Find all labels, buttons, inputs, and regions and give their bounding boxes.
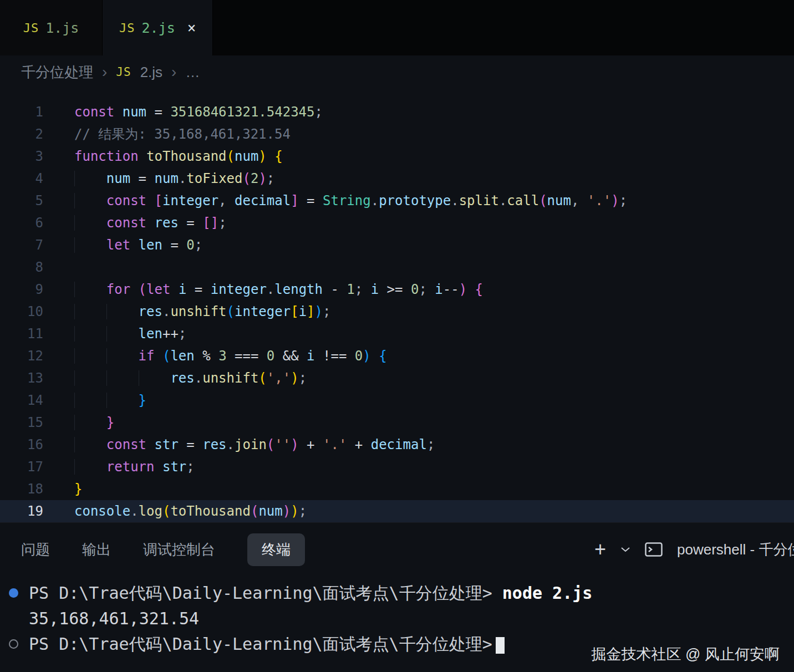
code-text: const res = [];	[74, 212, 227, 234]
code-text: for (let i = integer.length - 1; i >= 0;…	[74, 278, 483, 301]
watermark: 掘金技术社区 @ 风止何安啊	[592, 644, 780, 664]
command-pending-decoration-icon[interactable]	[9, 639, 18, 649]
line-number[interactable]: 19	[0, 500, 74, 522]
tab-label-1js: 1.js	[45, 20, 79, 36]
tab-1js[interactable]: JS 1.js	[0, 0, 103, 55]
chevron-down-icon[interactable]	[620, 546, 630, 553]
line-number[interactable]: 13	[0, 367, 74, 389]
terminal-session-label[interactable]: powershell - 千分位处理	[677, 540, 794, 559]
editor-lines: 1const num = 35168461321.542345;2// 结果为:…	[0, 101, 794, 522]
line-number[interactable]: 7	[0, 234, 74, 256]
breadcrumb-more[interactable]: …	[185, 64, 200, 81]
line-number[interactable]: 10	[0, 301, 74, 323]
code-text: }	[74, 411, 114, 434]
code-text: res.unshift(',');	[74, 367, 307, 389]
code-text: const [integer, decimal] = String.protot…	[74, 190, 627, 212]
code-editor[interactable]: 1const num = 35168461321.542345;2// 结果为:…	[0, 89, 794, 522]
terminal-command: node 2.js	[502, 583, 593, 603]
chevron-right-icon: ›	[102, 63, 107, 81]
terminal-cursor	[496, 637, 505, 654]
line-number[interactable]: 4	[0, 167, 74, 190]
code-line[interactable]: 15 }	[0, 411, 794, 434]
panel-tabs: 问题 输出 调试控制台 终端	[21, 533, 305, 566]
line-number[interactable]: 17	[0, 456, 74, 478]
panel-tab-output[interactable]: 输出	[82, 533, 111, 566]
line-number[interactable]: 12	[0, 345, 74, 367]
line-number[interactable]: 8	[0, 256, 74, 278]
code-line[interactable]: 5 const [integer, decimal] = String.prot…	[0, 190, 794, 212]
tab-2js[interactable]: JS 2.js ×	[103, 0, 213, 55]
line-number[interactable]: 6	[0, 212, 74, 234]
code-line[interactable]: 13 res.unshift(',');	[0, 367, 794, 389]
code-text: if (len % 3 === 0 && i !== 0) {	[74, 345, 387, 367]
line-number[interactable]: 1	[0, 101, 74, 123]
panel-tab-terminal[interactable]: 终端	[247, 533, 305, 566]
panel-header: 问题 输出 调试控制台 终端 + powershell - 千分位处理	[0, 523, 794, 576]
code-text: num = num.toFixed(2);	[74, 167, 274, 190]
terminal-prompt: PS D:\Trae代码\Daily-Learning\面试考点\千分位处理>	[29, 583, 492, 603]
code-text: const str = res.join('') + '.' + decimal…	[74, 434, 435, 456]
line-number[interactable]: 3	[0, 145, 74, 167]
code-line[interactable]: 7 let len = 0;	[0, 234, 794, 256]
breadcrumb: 千分位处理 › JS 2.js › …	[0, 55, 794, 89]
code-line[interactable]: 3function toThousand(num) {	[0, 145, 794, 167]
terminal-line: PS D:\Trae代码\Daily-Learning\面试考点\千分位处理> …	[0, 581, 794, 606]
code-line[interactable]: 2// 结果为: 35,168,461,321.54	[0, 123, 794, 145]
breadcrumb-file[interactable]: 2.js	[140, 64, 162, 81]
panel-tab-debug-console[interactable]: 调试控制台	[143, 533, 215, 566]
js-file-icon: JS	[116, 65, 131, 79]
code-text: }	[74, 478, 82, 500]
command-success-decoration-icon[interactable]	[9, 588, 18, 598]
code-text: return str;	[74, 456, 195, 478]
code-text: // 结果为: 35,168,461,321.54	[74, 123, 291, 145]
line-number[interactable]: 14	[0, 389, 74, 411]
terminal-line: 35,168,461,321.54	[0, 606, 794, 632]
line-number[interactable]: 5	[0, 190, 74, 212]
tab-bar: JS 1.js JS 2.js ×	[0, 0, 794, 55]
terminal-result: 35,168,461,321.54	[29, 609, 199, 628]
close-icon[interactable]: ×	[187, 19, 196, 36]
code-line[interactable]: 19console.log(toThousand(num));	[0, 500, 794, 522]
js-file-icon: JS	[119, 21, 135, 35]
line-number[interactable]: 11	[0, 323, 74, 345]
terminal-prompt	[492, 583, 502, 603]
code-line[interactable]: 12 if (len % 3 === 0 && i !== 0) {	[0, 345, 794, 367]
code-line[interactable]: 4 num = num.toFixed(2);	[0, 167, 794, 190]
code-line[interactable]: 11 len++;	[0, 323, 794, 345]
code-text: const num = 35168461321.542345;	[74, 101, 323, 123]
code-line[interactable]: 8	[0, 256, 794, 278]
code-text: function toThousand(num) {	[74, 145, 283, 167]
code-line[interactable]: 16 const str = res.join('') + '.' + deci…	[0, 434, 794, 456]
js-file-icon: JS	[23, 21, 39, 35]
code-line[interactable]: 14 }	[0, 389, 794, 411]
chevron-right-icon: ›	[171, 63, 176, 81]
code-text: len++;	[74, 323, 186, 345]
terminal-prompt: PS D:\Trae代码\Daily-Learning\面试考点\千分位处理>	[29, 634, 492, 654]
line-number[interactable]: 15	[0, 411, 74, 434]
code-line[interactable]: 6 const res = [];	[0, 212, 794, 234]
panel-actions: + powershell - 千分位处理	[594, 539, 794, 559]
code-line[interactable]: 17 return str;	[0, 456, 794, 478]
panel-tab-problems[interactable]: 问题	[21, 533, 50, 566]
new-terminal-button[interactable]: +	[594, 539, 606, 559]
line-number[interactable]: 16	[0, 434, 74, 456]
terminal-icon	[645, 542, 663, 557]
code-text: console.log(toThousand(num));	[74, 500, 307, 522]
code-line[interactable]: 18}	[0, 478, 794, 500]
code-line[interactable]: 1const num = 35168461321.542345;	[0, 101, 794, 123]
breadcrumb-folder[interactable]: 千分位处理	[21, 63, 93, 82]
tab-label-2js: 2.js	[142, 20, 175, 36]
code-line[interactable]: 10 res.unshift(integer[i]);	[0, 301, 794, 323]
code-text: }	[74, 389, 146, 411]
code-line[interactable]: 9 for (let i = integer.length - 1; i >= …	[0, 278, 794, 301]
code-text: let len = 0;	[74, 234, 202, 256]
line-number[interactable]: 18	[0, 478, 74, 500]
bottom-panel: 问题 输出 调试控制台 终端 + powershell - 千分位处理 PS D…	[0, 522, 794, 672]
line-number[interactable]: 9	[0, 278, 74, 301]
code-text: res.unshift(integer[i]);	[74, 301, 330, 323]
line-number[interactable]: 2	[0, 123, 74, 145]
